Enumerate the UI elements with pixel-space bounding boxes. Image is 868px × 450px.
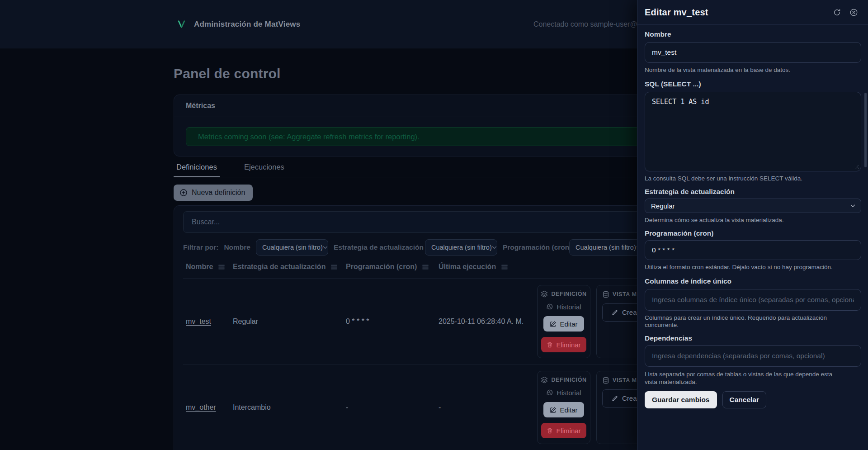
- edit-label: Editar: [560, 406, 577, 414]
- unique-index-field-help: Columnas para crear un índice único. Req…: [645, 314, 861, 329]
- chevron-down-icon: [850, 204, 855, 208]
- cron-field-help: Utiliza el formato cron estándar. Déjalo…: [645, 264, 861, 271]
- sql-field[interactable]: SELECT 1 AS id: [645, 92, 861, 171]
- database-icon: [602, 291, 609, 298]
- trash-icon: [547, 341, 553, 348]
- row-name-link[interactable]: mv_other: [186, 403, 216, 411]
- edit-icon: [550, 321, 557, 327]
- close-icon[interactable]: [849, 8, 858, 17]
- cron-field-label: Programación (cron): [645, 229, 861, 237]
- tab-ejecuciones[interactable]: Ejecuciones: [241, 163, 287, 177]
- connected-user-text: Conectado como sample-user@e: [533, 0, 642, 48]
- main-content: Panel de control Métricas Metrics coming…: [174, 48, 694, 450]
- drawer-body: Nombre Nombre de la vista materializada …: [637, 25, 868, 408]
- edit-drawer: Editar mv_test Nombre Nombre de la vista…: [637, 0, 868, 450]
- delete-label: Eliminar: [556, 427, 580, 435]
- dependencies-field[interactable]: [645, 345, 861, 367]
- tab-definiciones[interactable]: Definiciones: [174, 163, 220, 177]
- row-last-run: -: [439, 403, 537, 412]
- strategy-select-value: Regular: [651, 202, 675, 210]
- definition-group-label: DEFINICIÓN: [551, 291, 586, 297]
- delete-button[interactable]: Eliminar: [541, 337, 586, 352]
- history-icon: [546, 303, 553, 310]
- delete-button[interactable]: Eliminar: [541, 423, 586, 438]
- filter-cron-value: Cualquiera (sin filtro): [576, 244, 636, 251]
- sql-field-help: La consulta SQL debe ser una instrucción…: [645, 175, 861, 182]
- table-row: mv_test Regular 0 * * * * 2025-10-11 06:…: [183, 279, 685, 365]
- column-header-ultima-ejecucion: Última ejecución: [439, 263, 496, 271]
- sql-field-label: SQL (SELECT ...): [645, 80, 861, 88]
- metrics-card-body: Metrics coming soon (see: Aggregate refr…: [174, 117, 694, 156]
- history-icon: [546, 389, 553, 396]
- unique-index-field[interactable]: [645, 289, 861, 311]
- chevron-down-icon: [323, 246, 328, 249]
- create-matview-label: Crea: [622, 308, 637, 316]
- delete-label: Eliminar: [556, 341, 580, 349]
- strategy-field-label: Estrategia de actualización: [645, 188, 861, 196]
- column-menu-icon[interactable]: [501, 265, 508, 270]
- definition-actions-box: DEFINICIÓN Historial: [537, 285, 590, 358]
- column-menu-icon[interactable]: [422, 265, 429, 270]
- history-button[interactable]: Historial: [546, 389, 581, 397]
- name-field[interactable]: [645, 42, 861, 63]
- save-button[interactable]: Guardar cambios: [645, 391, 717, 408]
- column-header-nombre: Nombre: [186, 263, 213, 271]
- cron-field[interactable]: [645, 240, 861, 260]
- name-field-help: Nombre de la vista materializada en la b…: [645, 66, 861, 74]
- tab-bar: Definiciones Ejecuciones: [174, 163, 694, 177]
- column-header-estrategia: Estrategia de actualización: [233, 263, 326, 271]
- row-cron: 0 * * * *: [346, 317, 439, 326]
- definition-actions-box: DEFINICIÓN Historial: [537, 371, 590, 444]
- row-cron: -: [346, 403, 439, 412]
- filter-name-value: Cualquiera (sin filtro): [262, 244, 323, 251]
- create-matview-label: Crea: [622, 394, 637, 402]
- chevron-down-icon: [492, 246, 497, 249]
- column-header-programacion: Programación (cron): [346, 263, 417, 271]
- cancel-button[interactable]: Cancelar: [722, 391, 766, 408]
- edit-button[interactable]: Editar: [543, 316, 584, 332]
- definitions-table-card: Filtrar por: Nombre Cualquiera (sin filt…: [174, 205, 694, 450]
- row-strategy: Intercambio: [233, 403, 346, 412]
- layers-icon: [541, 376, 548, 384]
- column-menu-icon[interactable]: [331, 265, 337, 270]
- filter-strategy-select[interactable]: Cualquiera (sin filtro): [425, 239, 497, 256]
- filter-cron-label: Programación (cron): [503, 243, 564, 251]
- brand: Administración de MatViews: [177, 0, 300, 48]
- table-header-row: Nombre Estrategia de actualización Progr…: [183, 263, 685, 279]
- drawer-actions: Guardar cambios Cancelar: [645, 391, 861, 408]
- strategy-select[interactable]: Regular: [645, 199, 861, 213]
- row-last-run: 2025-10-11 06:28:40 A. M.: [439, 317, 537, 326]
- history-button[interactable]: Historial: [546, 303, 581, 311]
- new-definition-button[interactable]: Nueva definición: [174, 185, 253, 201]
- history-label: Historial: [557, 389, 581, 397]
- filter-strategy-value: Cualquiera (sin filtro): [431, 244, 492, 251]
- refresh-icon[interactable]: [833, 8, 841, 17]
- filter-cron-select[interactable]: Cualquiera (sin filtro): [569, 239, 642, 256]
- filter-name-select[interactable]: Cualquiera (sin filtro): [256, 239, 328, 256]
- filter-row: Filtrar por: Nombre Cualquiera (sin filt…: [183, 239, 685, 256]
- database-icon: [602, 377, 609, 384]
- new-definition-label: Nueva definición: [192, 189, 245, 197]
- metrics-card: Métricas Metrics coming soon (see: Aggre…: [174, 95, 694, 156]
- pencil-icon: [612, 395, 618, 402]
- metrics-title: Métricas: [186, 102, 215, 109]
- edit-icon: [550, 407, 557, 413]
- column-menu-icon[interactable]: [218, 265, 225, 270]
- strategy-field-help: Determina cómo se actualiza la vista mat…: [645, 217, 861, 224]
- plus-circle-icon: [179, 189, 188, 197]
- table-row: mv_other Intercambio - - DEFINICIÓN: [183, 365, 685, 450]
- trash-icon: [547, 427, 553, 434]
- definition-group-label: DEFINICIÓN: [551, 377, 586, 383]
- dependencies-field-label: Dependencias: [645, 334, 861, 342]
- edit-button[interactable]: Editar: [543, 402, 584, 417]
- app-logo-icon: [177, 19, 186, 29]
- unique-index-field-label: Columnas de índice único: [645, 277, 861, 285]
- metrics-coming-soon-alert: Metrics coming soon (see: Aggregate refr…: [186, 127, 682, 146]
- layers-icon: [541, 290, 548, 298]
- row-name-link[interactable]: mv_test: [186, 317, 211, 325]
- search-input[interactable]: [183, 211, 686, 233]
- filter-name-label: Nombre: [224, 243, 250, 251]
- pencil-icon: [612, 309, 618, 316]
- page-title: Panel de control: [174, 66, 694, 82]
- drawer-scrollbar-thumb[interactable]: [864, 93, 867, 167]
